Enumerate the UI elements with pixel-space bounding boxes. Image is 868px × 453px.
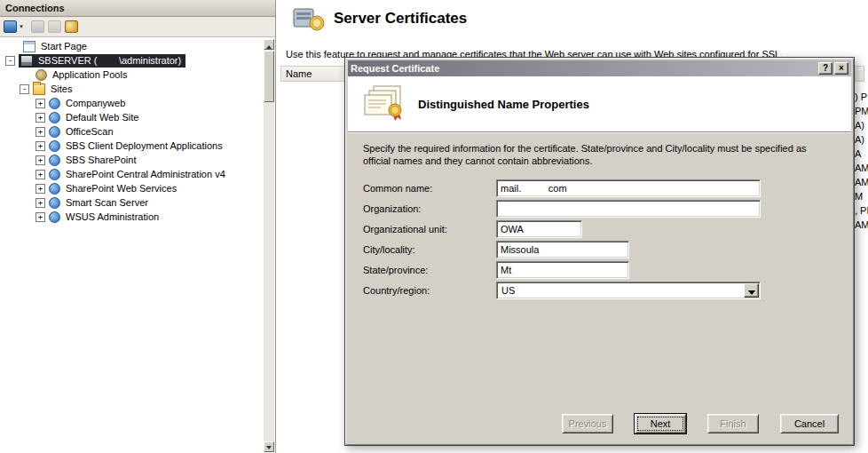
finish-button: Finish: [707, 414, 759, 433]
tree-item-server[interactable]: - SBSERVER ( \administrator): [2, 53, 263, 68]
tree-item-label: SharePoint Web Services: [64, 183, 178, 194]
selected-tree-item[interactable]: SBSERVER ( \administrator): [19, 54, 185, 68]
site-globe-icon: [49, 197, 60, 209]
site-globe-icon: [49, 126, 60, 138]
page-header: Server Certificates: [293, 5, 467, 32]
dropdown-arrow-icon[interactable]: [744, 283, 759, 298]
caret-down-icon[interactable]: ▼: [19, 24, 24, 29]
list-row-fragment: A): [855, 120, 868, 131]
tree-item-site[interactable]: + WSUS Administration: [2, 210, 263, 224]
next-button[interactable]: Next: [635, 414, 686, 433]
form-row: Country/region: US: [363, 280, 761, 300]
expand-icon[interactable]: +: [36, 127, 45, 137]
scrollbar-thumb[interactable]: [264, 51, 274, 102]
tree-item-label: SBS SharePoint: [64, 155, 138, 165]
server-icon: [20, 55, 33, 67]
scroll-down-icon[interactable]: [264, 441, 274, 452]
scroll-up-icon[interactable]: [264, 39, 274, 50]
close-button[interactable]: ×: [834, 62, 848, 75]
start-page-icon: [23, 41, 36, 52]
collapse-icon[interactable]: -: [20, 84, 29, 94]
organization-input[interactable]: [496, 200, 761, 218]
connections-toolbar: ▼: [0, 17, 275, 37]
site-globe-icon: [49, 98, 60, 109]
common-name-input[interactable]: [496, 179, 761, 197]
connections-panel: Connections ▼ Start Page - SBSERVER ( \a…: [0, 0, 276, 453]
tree-item-site[interactable]: + Companyweb: [2, 96, 263, 110]
city-locality-label: City/locality:: [363, 244, 496, 255]
expand-icon[interactable]: +: [36, 198, 45, 208]
tree-item-application-pools[interactable]: Application Pools: [2, 68, 263, 82]
country-region-value: US: [501, 285, 515, 296]
tree-scrollbar[interactable]: [264, 39, 274, 452]
organizational-unit-label: Organizational unit:: [363, 224, 496, 234]
tree-item-site[interactable]: + OfficeScan: [2, 124, 263, 139]
tree-item-site[interactable]: + SBS Client Deployment Applications: [2, 139, 263, 153]
dialog-header: Distinguished Name Properties: [348, 76, 851, 132]
tree-item-label: SharePoint Central Administration v4: [64, 169, 227, 179]
collapse-icon[interactable]: -: [5, 56, 15, 66]
list-row-fragment: ) P: [855, 91, 868, 102]
site-globe-icon: [49, 169, 60, 180]
organizational-unit-input[interactable]: [496, 220, 582, 238]
expand-icon[interactable]: +: [36, 155, 45, 165]
country-region-label: Country/region:: [363, 285, 496, 296]
dialog-title: Request Certificate: [351, 63, 817, 74]
folder-icon: [33, 83, 45, 95]
help-button[interactable]: ?: [818, 62, 832, 75]
list-row-fragment: A: [855, 148, 868, 159]
dialog-buttons: Previous Next Finish Cancel: [562, 414, 839, 433]
site-globe-icon: [49, 211, 60, 223]
cancel-button[interactable]: Cancel: [780, 414, 839, 433]
list-row-fragment: AM: [855, 177, 868, 187]
certificate-icon: [363, 85, 404, 123]
tree-item-site[interactable]: + SharePoint Central Administration v4: [2, 167, 263, 181]
tree-item-label: OfficeScan: [64, 126, 115, 137]
form-row: Common name:: [363, 178, 761, 198]
expand-icon[interactable]: +: [36, 113, 45, 123]
common-name-label: Common name:: [363, 183, 496, 194]
form-row: City/locality:: [363, 239, 761, 259]
state-province-input[interactable]: [496, 261, 629, 279]
tree-item-label: Sites: [49, 83, 74, 94]
tree-item-sites[interactable]: - Sites: [2, 82, 263, 96]
organization-label: Organization:: [363, 203, 496, 214]
create-connection-icon[interactable]: [4, 20, 17, 33]
application-pools-icon: [36, 69, 47, 81]
dialog-instructions: Specify the required information for the…: [363, 142, 829, 167]
expand-icon[interactable]: +: [36, 184, 45, 194]
list-row-fragment: M: [855, 191, 868, 202]
site-globe-icon: [49, 155, 60, 166]
tree-item-site[interactable]: + SharePoint Web Services: [2, 181, 263, 195]
key-icon[interactable]: [65, 20, 78, 33]
state-province-label: State/province:: [363, 265, 496, 275]
list-row-fragment: AM: [855, 219, 868, 230]
site-globe-icon: [49, 112, 60, 123]
dialog-titlebar[interactable]: Request Certificate ? ×: [348, 60, 851, 76]
previous-button: Previous: [562, 414, 613, 433]
tree-item-label: Smart Scan Server: [64, 197, 150, 208]
dialog-section-title: Distinguished Name Properties: [418, 98, 589, 111]
city-locality-input[interactable]: [496, 241, 629, 258]
expand-icon[interactable]: +: [36, 99, 45, 108]
country-region-select[interactable]: US: [496, 282, 761, 299]
tree-item-start-page[interactable]: Start Page: [2, 39, 263, 53]
dialog-body: Specify the required information for the…: [348, 133, 851, 442]
name-column-label: Name: [286, 68, 312, 79]
save-icon: [31, 20, 44, 33]
tree-item-site[interactable]: + SBS SharePoint: [2, 153, 263, 167]
expand-icon[interactable]: +: [36, 170, 45, 179]
site-globe-icon: [49, 140, 60, 152]
expand-icon[interactable]: +: [36, 212, 45, 222]
expand-icon[interactable]: +: [36, 141, 45, 151]
connections-header: Connections: [0, 0, 275, 17]
request-certificate-dialog: Request Certificate ? × Distinguished Na…: [344, 57, 855, 446]
list-row-fragment: , PM: [855, 205, 868, 216]
site-globe-icon: [49, 183, 60, 195]
form-row: State/province:: [363, 259, 761, 280]
tree-item-label: SBS Client Deployment Applications: [64, 140, 225, 151]
certificate-form: Common name: Organization: Organizationa…: [363, 178, 761, 300]
tree-item-site[interactable]: + Default Web Site: [2, 110, 263, 124]
tree-item-site[interactable]: + Smart Scan Server: [2, 195, 263, 210]
server-certificates-icon: [293, 5, 325, 32]
